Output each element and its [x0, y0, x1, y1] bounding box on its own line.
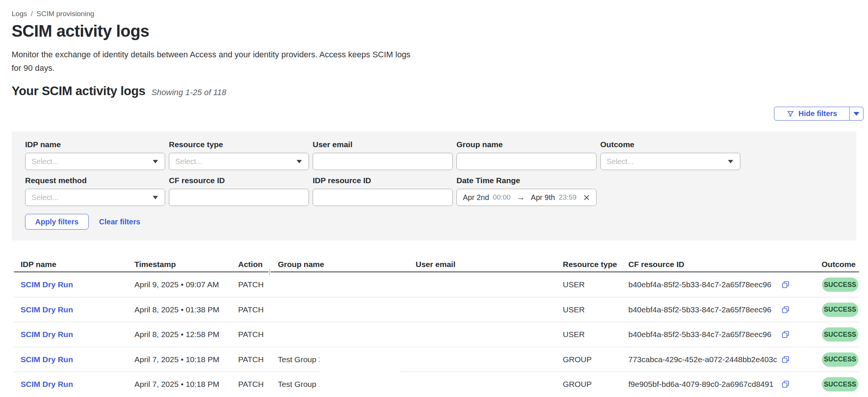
outcome-select[interactable]: Select... — [600, 153, 740, 170]
user-email-field-wrap — [313, 153, 453, 170]
filter-label-date-time-range: Date Time Range — [456, 176, 597, 185]
column-header-user-email: User email — [416, 260, 455, 269]
column-header-group-name: Group name — [278, 260, 324, 269]
filters-dropdown-toggle[interactable] — [849, 107, 863, 120]
table-row: SCIM Dry RunApril 8, 2025 • 12:58 PMPATC… — [0, 322, 868, 347]
column-header-idp-name: IDP name — [21, 260, 56, 269]
cf-resource-id-cell: f9e905bf-bd6a-4079-89c0-2a6967cd8491 — [628, 380, 774, 389]
chevron-down-icon — [728, 160, 733, 163]
table-row: SCIM Dry RunApril 7, 2025 • 10:18 PMPATC… — [0, 372, 868, 397]
copy-icon[interactable] — [781, 330, 790, 339]
filter-label-idp-name: IDP name — [25, 140, 165, 149]
resource-type-cell: USER — [563, 280, 585, 289]
clear-filters-button[interactable]: Clear filters — [99, 218, 140, 226]
funnel-icon — [786, 110, 795, 118]
user-email-input[interactable] — [319, 153, 446, 170]
status-badge: SUCCESS — [822, 303, 858, 317]
chevron-down-icon — [153, 160, 158, 163]
action-cell: PATCH — [238, 355, 264, 364]
copy-icon[interactable] — [781, 305, 790, 314]
hide-filters-main[interactable]: Hide filters — [774, 107, 849, 120]
table-row: SCIM Dry RunApril 9, 2025 • 09:07 AMPATC… — [0, 272, 868, 297]
breadcrumb-separator: / — [31, 10, 33, 18]
column-header-timestamp: Timestamp — [134, 260, 176, 269]
action-cell: PATCH — [238, 330, 264, 339]
filter-panel: IDP nameSelect...Resource typeSelect...U… — [12, 131, 856, 240]
filter-field-cf-resource-id: CF resource ID — [169, 176, 309, 206]
hide-filters-button[interactable]: Hide filters — [774, 107, 864, 121]
filter-field-resource-type: Resource typeSelect... — [169, 140, 309, 170]
idp-name-select[interactable]: Select... — [25, 153, 165, 170]
copy-icon[interactable] — [781, 380, 790, 389]
resource-type-cell: USER — [563, 305, 585, 314]
select-placeholder: Select... — [175, 157, 202, 166]
page-description: Monitor the exchange of identity details… — [12, 48, 416, 75]
filter-field-date-time-range: Date Time RangeApr 2nd00:00→Apr 9th23:59 — [456, 176, 597, 206]
chevron-down-icon — [153, 196, 158, 199]
action-cell: PATCH — [238, 305, 264, 314]
filter-field-idp-name: IDP nameSelect... — [25, 140, 165, 170]
filter-label-cf-resource-id: CF resource ID — [169, 176, 309, 185]
cf-resource-id-input[interactable] — [175, 189, 303, 206]
date-time-range-picker[interactable]: Apr 2nd00:00→Apr 9th23:59 — [456, 189, 597, 206]
apply-filters-button[interactable]: Apply filters — [25, 214, 89, 230]
idp-resource-id-field-wrap — [313, 189, 453, 206]
select-placeholder: Select... — [31, 193, 58, 202]
filter-label-idp-resource-id: IDP resource ID — [313, 176, 453, 185]
redaction-overlay — [319, 349, 400, 397]
idp-name-link[interactable]: SCIM Dry Run — [21, 305, 73, 314]
breadcrumb: Logs / SCIM provisioning — [12, 10, 94, 18]
idp-name-link[interactable]: SCIM Dry Run — [21, 330, 73, 339]
column-header-cf-resource-id: CF resource ID — [628, 260, 684, 269]
close-icon[interactable] — [583, 194, 590, 201]
section-heading: Your SCIM activity logs Showing 1-25 of … — [12, 84, 227, 98]
copy-icon[interactable] — [781, 355, 790, 364]
cf-resource-id-cell: b40ebf4a-85f2-5b33-84c7-2a65f78eec96 — [628, 280, 771, 289]
start-date: Apr 2nd — [463, 193, 489, 202]
select-placeholder: Select... — [31, 157, 58, 166]
filter-label-group-name: Group name — [456, 140, 597, 149]
arrow-right-icon: → — [517, 193, 525, 202]
resource-type-cell: GROUP — [563, 380, 592, 389]
filter-row-2: Request methodSelect...CF resource IDIDP… — [25, 176, 597, 206]
group-name-cell: Test Group 2 — [278, 355, 320, 364]
end-date: Apr 9th — [531, 193, 555, 202]
end-time: 23:59 — [559, 193, 577, 201]
status-badge: SUCCESS — [822, 352, 858, 367]
column-header-resource-type: Resource type — [563, 260, 617, 269]
filter-label-outcome: Outcome — [600, 140, 740, 149]
idp-name-link[interactable]: SCIM Dry Run — [21, 355, 73, 364]
filter-field-idp-resource-id: IDP resource ID — [313, 176, 453, 206]
hide-filters-label: Hide filters — [798, 109, 837, 118]
status-badge: SUCCESS — [822, 377, 858, 391]
group-name-cell: Test Group 1 — [278, 380, 320, 389]
idp-name-link[interactable]: SCIM Dry Run — [21, 280, 73, 289]
breadcrumb-logs[interactable]: Logs — [12, 10, 27, 18]
breadcrumb-scim-provisioning: SCIM provisioning — [36, 10, 94, 18]
chevron-down-icon — [297, 160, 302, 163]
resource-type-cell: GROUP — [563, 355, 592, 364]
group-name-field-wrap — [456, 153, 597, 170]
group-name-input[interactable] — [463, 153, 590, 170]
filter-field-group-name: Group name — [456, 140, 597, 170]
cf-resource-id-cell: b40ebf4a-85f2-5b33-84c7-2a65f78eec96 — [628, 330, 771, 339]
table-body: SCIM Dry RunApril 9, 2025 • 09:07 AMPATC… — [0, 272, 868, 397]
idp-resource-id-input[interactable] — [319, 189, 446, 206]
scim-logs-table: IDP nameTimestampActionGroup nameUser em… — [0, 258, 868, 397]
resource-type-select[interactable]: Select... — [169, 153, 309, 170]
timestamp-cell: April 7, 2025 • 10:18 PM — [134, 355, 219, 364]
copy-icon[interactable] — [781, 280, 790, 289]
timestamp-cell: April 9, 2025 • 09:07 AM — [134, 280, 219, 289]
filter-label-resource-type: Resource type — [169, 140, 309, 149]
column-header-outcome: Outcome — [822, 260, 856, 269]
select-placeholder: Select... — [607, 157, 634, 166]
status-badge: SUCCESS — [822, 327, 858, 342]
filter-label-request-method: Request method — [25, 176, 165, 185]
filter-row-1: IDP nameSelect...Resource typeSelect...U… — [25, 140, 740, 170]
action-cell: PATCH — [238, 280, 264, 289]
idp-name-link[interactable]: SCIM Dry Run — [21, 380, 73, 389]
cf-resource-id-field-wrap — [169, 189, 309, 206]
page-title: SCIM activity logs — [12, 22, 149, 40]
request-method-select[interactable]: Select... — [25, 189, 165, 206]
caret-down-icon — [853, 112, 859, 116]
